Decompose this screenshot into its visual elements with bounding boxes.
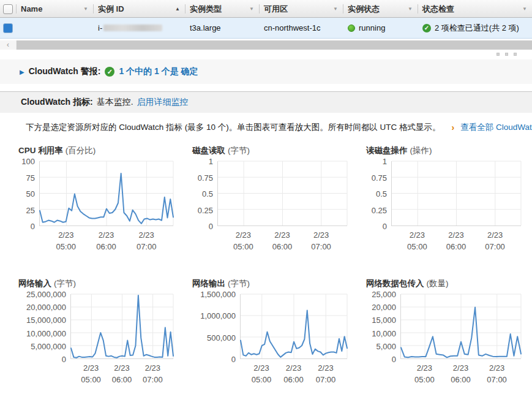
column-divider (259, 4, 260, 13)
chart-network-out[interactable]: 网络输出(字节) 1,500,0001,000,000500,0000 2/23… (192, 278, 347, 389)
chart-title: CPU 利用率(百分比) (18, 145, 173, 155)
alarm-ok-icon: ✓ (105, 67, 114, 77)
y-axis-tick-label: 0.25 (198, 205, 213, 214)
x-axis-tick-label: 2/2305:00 (407, 229, 427, 252)
column-header-instance-type[interactable]: 实例类型 ▼ (185, 0, 259, 18)
chart-canvas (40, 161, 173, 225)
view-all-metrics-link[interactable]: 查看全部 CloudWatch 指标 (460, 122, 532, 133)
row-checkbox-cell (0, 23, 16, 33)
chart-disk-read-ops[interactable]: 读磁盘操作(操作) 10.750.50.250 2/2305:002/2306:… (366, 145, 521, 256)
y-axis-tick-label: 0 (231, 355, 236, 364)
column-label: 实例 ID (98, 4, 124, 15)
alarm-link-status: 确定 (181, 66, 198, 76)
x-axis: 2/2305:002/2306:002/2307:00 (217, 229, 347, 256)
y-axis: 1007550250 (18, 161, 39, 226)
y-axis-tick-label: 25 (26, 205, 35, 214)
x-axis-tick-label: 2/2306:00 (451, 362, 471, 385)
alarm-status-link[interactable]: 1 个中的 1 个是 确定 (119, 66, 198, 77)
column-header-instance-state[interactable]: 实例状态 ▼ (343, 0, 418, 18)
x-axis-tick-label: 2/2306:00 (446, 229, 466, 252)
enable-detailed-monitoring-link[interactable]: 启用详细监控 (137, 97, 189, 108)
cell-instance-state: running (343, 23, 418, 32)
x-axis-tick-label: 2/2305:00 (81, 362, 101, 385)
chart-title: 网络输入(字节) (18, 278, 173, 288)
y-axis-tick-label: 1 (383, 157, 387, 166)
status-check-passed-icon: ✓ (422, 24, 431, 32)
monitoring-level-text: 基本监控. (97, 97, 133, 108)
y-axis-tick-label: 100 (21, 157, 35, 166)
y-axis-tick-label: 5,000 (376, 341, 396, 350)
chart-canvas (401, 294, 521, 358)
x-axis-tick-label: 2/2305:00 (56, 229, 77, 252)
chart-title-main: CPU 利用率 (18, 146, 63, 155)
chevron-right-icon: › (452, 123, 455, 132)
y-axis-tick-label: 25,000 (372, 290, 396, 299)
y-axis-tick-label: 0 (392, 355, 396, 364)
plot-area[interactable] (39, 161, 173, 226)
instance-id-prefix: i- (98, 23, 102, 32)
x-axis-tick-label: 2/2305:00 (252, 362, 272, 385)
y-axis-tick-label: 0.5 (202, 189, 213, 199)
grip-dot (505, 53, 508, 56)
y-axis-tick-label: 0 (383, 222, 387, 231)
panel-resize-grip[interactable] (0, 50, 532, 58)
row-checkbox[interactable] (3, 23, 13, 33)
description-text: 下方是选定资源所对应的 CloudWatch 指标 (最多 10 个)。单击图表… (26, 122, 441, 133)
chart-title-unit: (字节) (228, 146, 250, 155)
column-header-instance-id[interactable]: 实例 ID ▲ (93, 0, 185, 18)
y-axis-tick-label: 1,000,000 (200, 311, 236, 320)
alarm-label: CloudWatch 警报: (29, 66, 101, 77)
column-header-status-check[interactable]: 状态检查 ▼ (418, 0, 532, 18)
cloudwatch-charts-grid: CPU 利用率(百分比) 1007550250 2/2305:002/2306:… (18, 145, 532, 389)
column-label: 实例状态 (348, 4, 380, 15)
chart-title-unit: (百分比) (66, 146, 96, 155)
column-header-name[interactable]: Name ▼ (16, 0, 93, 18)
sort-arrow-icon[interactable]: ▲ (175, 6, 180, 12)
select-all-checkbox[interactable] (3, 4, 13, 14)
chart-canvas (71, 294, 173, 358)
y-axis-tick-label: 0.75 (372, 173, 387, 182)
sort-arrow-icon[interactable]: ▼ (522, 6, 527, 12)
column-header-availability-zone[interactable]: 可用区 ▼ (259, 0, 343, 18)
x-axis-tick-label: 2/2307:00 (487, 362, 507, 385)
chart-title-main: 网络输入 (18, 279, 51, 288)
cloudwatch-metrics-bar: CloudWatch 指标: 基本监控. 启用详细监控 (0, 91, 532, 113)
scrollbar-thumb[interactable] (17, 40, 532, 50)
chart-cpu-utilization[interactable]: CPU 利用率(百分比) 1007550250 2/2305:002/2306:… (18, 145, 173, 256)
plot-area[interactable] (400, 294, 521, 359)
x-axis-tick-label: 2/2307:00 (311, 229, 331, 252)
x-axis-tick-label: 2/2305:00 (414, 362, 435, 385)
instance-row[interactable]: i- t3a.large cn-northwest-1c running ✓ 2… (0, 18, 532, 39)
plot-area[interactable] (217, 161, 347, 226)
chart-disk-read[interactable]: 磁盘读取(字节) 10.750.50.250 2/2305:002/2306:0… (192, 145, 347, 256)
plot-area[interactable] (240, 294, 347, 359)
y-axis-tick-label: 10,000,000 (26, 328, 66, 338)
cell-instance-type: t3a.large (185, 23, 259, 32)
sort-arrow-icon[interactable]: ▼ (408, 6, 413, 12)
horizontal-scrollbar[interactable]: ‹ (0, 40, 532, 50)
scroll-left-button[interactable]: ‹ (0, 40, 16, 50)
chart-title-main: 磁盘读取 (192, 146, 225, 155)
expander-triangle-icon[interactable]: ▶ (20, 69, 24, 75)
chart-network-in[interactable]: 网络输入(字节) 25,000,00020,000,00015,000,0001… (18, 278, 173, 389)
sort-arrow-icon[interactable]: ▼ (83, 6, 88, 12)
y-axis-tick-label: 0 (62, 355, 66, 364)
column-label: 状态检查 (422, 4, 454, 15)
chart-canvas (241, 294, 347, 358)
y-axis-tick-label: 15,000,000 (26, 316, 66, 325)
y-axis-tick-label: 20,000,000 (26, 303, 66, 312)
y-axis-tick-label: 500,000 (207, 333, 236, 342)
sort-arrow-icon[interactable]: ▼ (333, 6, 338, 12)
chart-canvas (218, 161, 347, 225)
y-axis: 25,00020,00015,00010,0005,0000 (366, 294, 400, 359)
plot-area[interactable] (70, 294, 173, 359)
x-axis-tick-label: 2/2306:00 (283, 362, 304, 385)
x-axis-tick-label: 2/2305:00 (233, 229, 253, 252)
chart-network-packets-in[interactable]: 网络数据包传入(数量) 25,00020,00015,00010,0005,00… (366, 278, 521, 389)
y-axis-tick-label: 15,000 (372, 316, 396, 325)
y-axis-tick-label: 75 (26, 173, 35, 182)
cell-availability-zone: cn-northwest-1c (259, 23, 343, 32)
x-axis-tick-label: 2/2307:00 (137, 229, 157, 252)
plot-area[interactable] (391, 161, 521, 226)
sort-arrow-icon[interactable]: ▼ (249, 6, 254, 12)
